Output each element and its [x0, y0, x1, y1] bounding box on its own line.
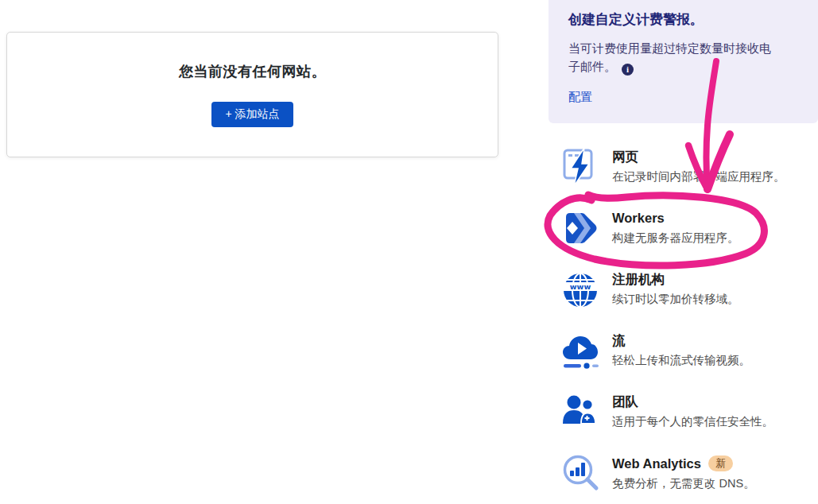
product-text: Workers构建无服务器应用程序。 — [612, 208, 739, 248]
product-description: 轻松上传和流式传输视频。 — [612, 353, 750, 368]
product-title: 网页 — [612, 149, 785, 165]
pages-lightning-icon — [560, 147, 600, 187]
new-badge: 新 — [708, 456, 733, 471]
web-analytics-magnifier-icon — [560, 453, 600, 493]
sidebar-item-registrar[interactable]: www 注册机构续订时以零加价转移域。 — [560, 269, 818, 309]
product-title: 团队 — [612, 394, 773, 409]
product-description: 在记录时间内部署前端应用程序。 — [612, 169, 785, 184]
product-description: 构建无服务器应用程序。 — [612, 231, 739, 246]
no-sites-card: 您当前没有任何网站。 + 添加站点 — [6, 32, 498, 157]
billing-alert-title: 创建自定义计费警报。 — [568, 10, 804, 29]
stream-cloud-play-icon — [560, 331, 600, 370]
billing-alert-description: 当可计费使用量超过特定数量时接收电子邮件。i — [568, 39, 777, 76]
registrar-globe-icon: www — [560, 269, 600, 309]
product-title: 流 — [612, 333, 750, 348]
product-title-label: Workers — [612, 211, 665, 226]
sidebar-item-pages[interactable]: 网页在记录时间内部署前端应用程序。 — [560, 147, 818, 187]
billing-alert-text: 当可计费使用量超过特定数量时接收电子邮件。 — [568, 41, 771, 73]
products-sidebar: 创建自定义计费警报。 当可计费使用量超过特定数量时接收电子邮件。i 配置 网页在… — [549, 0, 818, 504]
sidebar-item-workers[interactable]: Workers构建无服务器应用程序。 — [560, 208, 818, 248]
no-sites-message: 您当前没有任何网站。 — [179, 62, 326, 81]
product-text: Web Analytics新免费分析，无需更改 DNS。 — [612, 453, 755, 493]
product-text: 注册机构续订时以零加价转移域。 — [612, 269, 739, 309]
product-description: 免费分析，无需更改 DNS。 — [612, 476, 755, 491]
workers-icon — [560, 208, 600, 248]
product-description: 续订时以零加价转移域。 — [612, 292, 739, 307]
billing-configure-link[interactable]: 配置 — [568, 90, 592, 105]
product-title-label: 团队 — [612, 394, 638, 409]
product-text: 流轻松上传和流式传输视频。 — [612, 331, 750, 370]
product-title-label: Web Analytics — [612, 456, 701, 471]
product-text: 网页在记录时间内部署前端应用程序。 — [612, 147, 785, 187]
product-title: Workers — [612, 211, 739, 226]
product-list: 网页在记录时间内部署前端应用程序。 Workers构建无服务器应用程序。 www… — [549, 147, 818, 493]
sidebar-item-stream[interactable]: 流轻松上传和流式传输视频。 — [560, 331, 818, 370]
teams-people-icon — [560, 392, 600, 432]
svg-text:www: www — [570, 282, 591, 291]
add-site-button[interactable]: + 添加站点 — [211, 102, 293, 127]
product-title-label: 流 — [612, 333, 626, 348]
info-icon[interactable]: i — [622, 64, 634, 76]
product-description: 适用于每个人的零信任安全性。 — [612, 414, 773, 429]
sidebar-item-teams[interactable]: 团队适用于每个人的零信任安全性。 — [560, 392, 818, 432]
billing-alert-card: 创建自定义计费警报。 当可计费使用量超过特定数量时接收电子邮件。i 配置 — [549, 0, 818, 123]
product-title: Web Analytics新 — [612, 456, 755, 471]
product-title-label: 网页 — [612, 149, 638, 165]
sidebar-item-web-analytics[interactable]: Web Analytics新免费分析，无需更改 DNS。 — [560, 453, 818, 493]
product-title-label: 注册机构 — [612, 272, 665, 287]
product-text: 团队适用于每个人的零信任安全性。 — [612, 392, 773, 432]
product-title: 注册机构 — [612, 272, 739, 287]
